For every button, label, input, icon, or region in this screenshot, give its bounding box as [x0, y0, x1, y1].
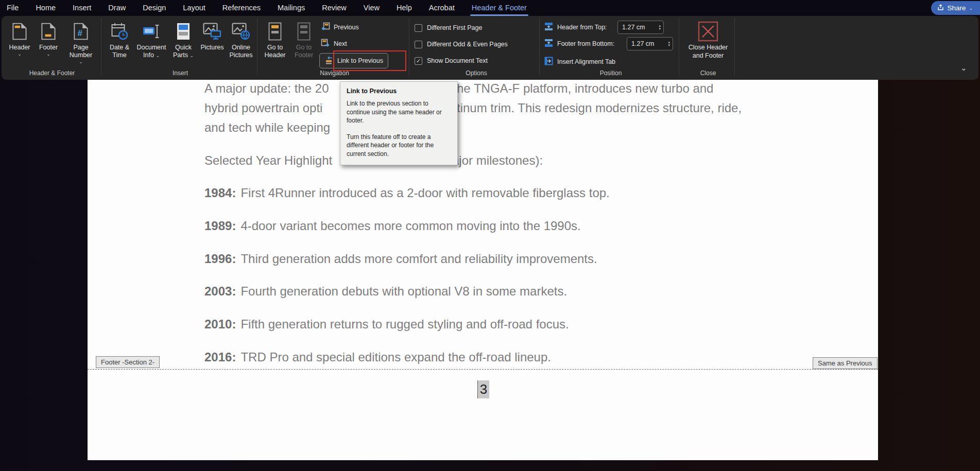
pictures-label: Pictures: [200, 44, 223, 51]
link-to-previous-label: Link to Previous: [337, 57, 383, 64]
close-icon: [698, 20, 718, 43]
group-label-options: Options: [415, 69, 538, 78]
footer-button[interactable]: Footer ⌄: [36, 18, 61, 69]
page-number-button[interactable]: # Page Number ⌄: [62, 18, 99, 69]
chevron-down-icon: ⌄: [190, 53, 194, 58]
same-as-previous-tag: Same as Previous: [813, 357, 878, 369]
close-label-line2: and Footer: [693, 52, 724, 60]
next-icon: [321, 39, 330, 49]
different-first-page-option[interactable]: Different First Page: [415, 22, 482, 33]
doc-year-line: 2003:Fourth generation debuts with optio…: [204, 284, 567, 299]
tab-draw[interactable]: Draw: [108, 0, 126, 16]
tab-insert[interactable]: Insert: [73, 0, 91, 16]
chevron-down-icon: ⌄: [79, 59, 83, 65]
doc-text: Selected Year Highlight: [204, 153, 332, 168]
go-to-footer-icon: [296, 20, 312, 43]
group-label-insert: Insert: [105, 69, 255, 78]
tab-header-footer[interactable]: Header & Footer: [472, 0, 527, 16]
quick-parts-button[interactable]: Quick Parts ⌄: [169, 18, 198, 69]
show-document-text-option[interactable]: ✓ Show Document Text: [415, 55, 488, 66]
tab-mailings[interactable]: Mailings: [278, 0, 305, 16]
go-to-header-button[interactable]: Go to Header: [261, 18, 289, 69]
link-to-previous-icon: [324, 56, 334, 66]
doc-year-line: 1996:Third generation adds more comfort …: [204, 252, 597, 266]
close-header-footer-button[interactable]: Close Header and Footer: [683, 18, 733, 69]
chevron-down-icon: ⌄: [18, 51, 22, 57]
group-separator: [734, 19, 735, 75]
header-from-top-input[interactable]: 1.27 cm ▴▾: [617, 21, 664, 34]
group-separator: [409, 19, 409, 75]
document-info-icon: [142, 20, 161, 43]
tab-help[interactable]: Help: [397, 0, 412, 16]
close-label-line1: Close Header: [689, 44, 728, 51]
tooltip-title: Link to Previous: [347, 88, 451, 95]
footer-page-number[interactable]: 3: [477, 380, 489, 398]
share-label: Share: [947, 4, 966, 12]
footer-from-bottom-row: Footer from Bottom:: [544, 37, 614, 50]
tab-layout[interactable]: Layout: [183, 0, 205, 16]
footer-from-bottom-input[interactable]: 1.27 cm ▴▾: [627, 37, 673, 50]
online-pictures-button[interactable]: Online Pictures: [227, 18, 255, 69]
go-to-footer-label: Go to Footer: [290, 44, 318, 59]
checkbox-checked[interactable]: ✓: [415, 57, 422, 65]
tab-acrobat[interactable]: Acrobat: [429, 0, 455, 16]
doc-year-line: 1989:4-door variant becomes more common …: [204, 219, 581, 233]
footer-boundary-line: [88, 369, 878, 370]
pictures-icon: [203, 20, 221, 43]
ribbon: Header ⌄ Footer ⌄ # Page Number ⌄ Header…: [2, 16, 978, 80]
link-to-previous-button[interactable]: Link to Previous: [319, 53, 388, 68]
insert-alignment-tab-button[interactable]: Insert Alignment Tab: [544, 55, 615, 68]
spinner-down-icon: ▾: [668, 44, 670, 47]
group-label-navigation: Navigation: [261, 69, 408, 78]
spinner-arrows[interactable]: ▴▾: [665, 41, 673, 46]
tab-design[interactable]: Design: [143, 0, 166, 16]
insert-alignment-tab-icon: [544, 57, 553, 67]
share-button[interactable]: Share ⌄: [931, 1, 980, 15]
insert-alignment-tab-label: Insert Alignment Tab: [557, 58, 615, 65]
spinner-arrows[interactable]: ▴▾: [656, 24, 663, 30]
different-odd-even-label: Different Odd & Even Pages: [427, 41, 508, 48]
pictures-button[interactable]: Pictures: [199, 18, 226, 69]
previous-button[interactable]: Previous: [321, 21, 359, 33]
footer-from-bottom-value[interactable]: 1.27 cm: [631, 40, 654, 47]
header-button[interactable]: Header ⌄: [5, 18, 35, 69]
tooltip-paragraph: Turn this feature off to create a differ…: [347, 133, 451, 159]
svg-text:#: #: [77, 28, 82, 38]
menu-bar: File Home Insert Draw Design Layout Refe…: [0, 0, 980, 16]
header-from-top-row: Header from Top:: [544, 21, 607, 34]
tab-references[interactable]: References: [222, 0, 261, 16]
chevron-down-icon: ⌄: [969, 6, 973, 11]
checkbox-unchecked[interactable]: [415, 24, 422, 32]
chevron-down-icon: ⌄: [156, 53, 160, 58]
footer-icon: [41, 20, 56, 43]
doc-text: tinum trim. This redesign modernizes str…: [457, 101, 742, 115]
spinner-down-icon: ▾: [659, 27, 661, 30]
collapse-ribbon-icon[interactable]: ⌄: [960, 63, 967, 73]
different-odd-even-option[interactable]: Different Odd & Even Pages: [415, 39, 508, 50]
header-from-top-value[interactable]: 1.27 cm: [622, 24, 645, 31]
tab-home[interactable]: Home: [36, 0, 56, 16]
checkbox-unchecked[interactable]: [415, 41, 422, 48]
tab-view[interactable]: View: [364, 0, 380, 16]
go-to-footer-button: Go to Footer: [290, 18, 318, 69]
share-icon: [937, 4, 944, 12]
date-time-icon: [111, 20, 128, 43]
document-page[interactable]: A major update: the 20 he TNGA-F platfor…: [88, 80, 878, 460]
previous-icon: [321, 22, 330, 32]
tooltip-paragraph: Link to the previous section to continue…: [347, 99, 451, 125]
document-info-button[interactable]: Document Info ⌄: [135, 18, 168, 69]
tab-file[interactable]: File: [7, 0, 19, 16]
date-time-button[interactable]: Date & Time: [105, 18, 134, 69]
group-separator: [539, 19, 540, 75]
ribbon-tabs: File Home Insert Draw Design Layout Refe…: [0, 0, 527, 16]
quick-parts-icon: [177, 20, 190, 43]
next-button[interactable]: Next: [321, 38, 347, 50]
document-info-label: Document Info ⌄: [135, 44, 168, 59]
page-number-icon: #: [74, 20, 88, 43]
group-label-position: Position: [544, 69, 677, 78]
footer-from-bottom-icon: [544, 39, 553, 49]
group-separator: [679, 19, 679, 75]
go-to-header-icon: [267, 20, 283, 43]
tab-review[interactable]: Review: [322, 0, 347, 16]
quick-parts-label: Quick Parts ⌄: [169, 44, 198, 59]
